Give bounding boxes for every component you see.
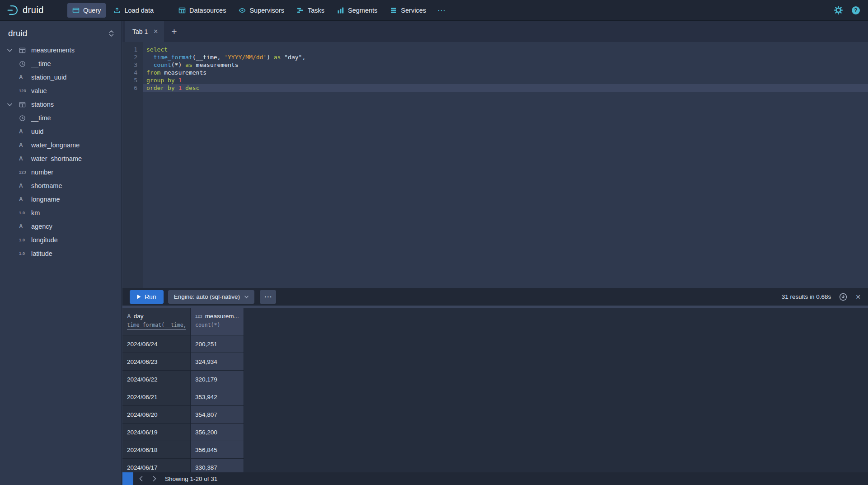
tree-item-number[interactable]: 123 number — [0, 165, 122, 179]
chevron-down-icon[interactable] — [7, 103, 19, 106]
download-icon[interactable] — [839, 293, 847, 301]
tree-item-km[interactable]: 1.0 km — [0, 206, 122, 220]
brand-title: druid — [23, 5, 44, 15]
nav-divider — [166, 5, 166, 15]
tree-item-label: station_uuid — [31, 74, 66, 81]
tree-item-time[interactable]: __time — [0, 111, 122, 125]
nav-item-load-data[interactable]: Load data — [108, 3, 159, 18]
code-token: measurements — [160, 69, 206, 76]
tree-item-station-uuid[interactable]: A station_uuid — [0, 71, 122, 84]
chevron-down-icon[interactable] — [7, 49, 19, 52]
engine-select[interactable]: Engine: auto (sql-native) — [168, 290, 254, 304]
table-cell[interactable]: 356,200 — [191, 424, 244, 441]
table-row: 2024/06/23 324,934 — [122, 353, 868, 371]
code-token — [182, 85, 185, 91]
code-token: measurements — [192, 61, 239, 68]
nav-item-segments[interactable]: Segments — [332, 3, 382, 18]
tree-item-longitude[interactable]: 1.0 longitude — [0, 233, 122, 247]
table-cell[interactable]: 2024/06/20 — [122, 406, 191, 424]
query-tab-strip: Tab 1 ✕ + — [122, 21, 868, 42]
tree-item-value[interactable]: 123 value — [0, 84, 122, 98]
schema-tree: measurements __time A station_uuid 123 v… — [0, 43, 122, 260]
tree-item-time[interactable]: __time — [0, 57, 122, 71]
results-status: 31 results in 0.68s — [782, 293, 831, 300]
tree-item-shortname[interactable]: A shortname — [0, 179, 122, 193]
nav-item-tasks[interactable]: Tasks — [292, 3, 329, 18]
table-icon — [19, 47, 30, 54]
code-token: ) — [267, 54, 274, 61]
code-line[interactable]: group by 1 — [143, 76, 868, 84]
gear-icon[interactable] — [834, 6, 843, 14]
sql-editor[interactable]: 1 2 3 4 5 6 select time_format(__time, '… — [122, 42, 868, 288]
code-token: 1 — [178, 77, 182, 84]
help-icon[interactable]: ? — [852, 6, 860, 14]
tree-item-water-longname[interactable]: A water_longname — [0, 138, 122, 152]
nav-item-query[interactable]: Query — [67, 3, 106, 18]
tree-item-measurements[interactable]: measurements — [0, 43, 122, 57]
code-line[interactable]: select — [143, 46, 868, 53]
code-area[interactable]: select time_format(__time, 'YYYY/MM/dd')… — [143, 46, 868, 92]
code-line-active[interactable]: order by 1 desc — [143, 84, 868, 92]
druid-logo-icon — [6, 4, 19, 16]
tree-item-stations[interactable]: stations — [0, 98, 122, 111]
run-bar: Run Engine: auto (sql-native) ⋯ 31 resul… — [122, 288, 868, 306]
table-cell[interactable]: 353,942 — [191, 388, 244, 406]
table-cell[interactable]: 2024/06/18 — [122, 441, 191, 459]
column-header-day[interactable]: A day time_format(__time, … — [122, 308, 191, 335]
table-cell[interactable]: 2024/06/17 — [122, 459, 191, 472]
column-header-measurements[interactable]: 123 measurem... count(*) — [191, 308, 244, 335]
tree-item-longname[interactable]: A longname — [0, 193, 122, 206]
sort-icon[interactable] — [108, 30, 114, 37]
nav-item-label: Query — [83, 7, 101, 14]
tab-label: Tab 1 — [132, 28, 148, 35]
table-cell[interactable]: 2024/06/21 — [122, 388, 191, 406]
stack-icon — [390, 7, 397, 14]
number-type-icon: 123 — [19, 89, 30, 93]
string-type-icon: A — [19, 183, 30, 189]
eye-icon — [239, 7, 246, 14]
table-cell[interactable]: 200,251 — [191, 335, 244, 353]
tree-item-agency[interactable]: A agency — [0, 220, 122, 233]
table-cell[interactable]: 354,807 — [191, 406, 244, 424]
table-cell[interactable]: 2024/06/22 — [122, 371, 191, 388]
tree-item-uuid[interactable]: A uuid — [0, 125, 122, 138]
add-tab-button[interactable]: + — [171, 27, 177, 36]
tree-item-label: uuid — [31, 128, 43, 135]
tree-item-water-shortname[interactable]: A water_shortname — [0, 152, 122, 165]
close-results-icon[interactable]: ✕ — [855, 293, 861, 301]
nav-item-supervisors[interactable]: Supervisors — [234, 3, 289, 18]
nav-item-label: Services — [401, 7, 426, 14]
gantt-icon — [297, 7, 304, 14]
code-token: "day", — [281, 54, 305, 61]
tree-item-latitude[interactable]: 1.0 latitude — [0, 247, 122, 260]
code-line[interactable]: from measurements — [143, 69, 868, 76]
nav-item-datasources[interactable]: Datasources — [174, 3, 231, 18]
next-page-button[interactable] — [149, 472, 160, 485]
nav-item-label: Load data — [124, 7, 154, 14]
results-header: A day time_format(__time, … 123 measurem… — [122, 308, 868, 335]
brand[interactable]: druid — [6, 4, 44, 16]
nav-more-button[interactable]: ⋯ — [434, 3, 449, 18]
table-row: 2024/06/22 320,179 — [122, 371, 868, 388]
engine-select-label: Engine: auto (sql-native) — [174, 293, 240, 300]
previous-page-button[interactable] — [135, 472, 147, 485]
column-expression: count(*) — [195, 322, 239, 328]
run-button[interactable]: Run — [130, 290, 164, 304]
tree-item-label: water_longname — [31, 141, 80, 149]
code-line[interactable]: count(*) as measurements — [143, 61, 868, 69]
table-cell[interactable]: 324,934 — [191, 353, 244, 371]
tree-item-label: shortname — [31, 182, 62, 189]
tab-tab1[interactable]: Tab 1 ✕ — [125, 21, 164, 42]
code-line[interactable]: time_format(__time, 'YYYY/MM/dd') as "da… — [143, 53, 868, 61]
close-icon[interactable]: ✕ — [153, 28, 158, 35]
nav-item-services[interactable]: Services — [385, 3, 431, 18]
table-cell[interactable]: 2024/06/19 — [122, 424, 191, 441]
tree-item-label: latitude — [31, 250, 52, 257]
string-type-icon: A — [19, 196, 30, 202]
table-cell[interactable]: 2024/06/24 — [122, 335, 191, 353]
table-cell[interactable]: 356,845 — [191, 441, 244, 459]
run-more-button[interactable]: ⋯ — [260, 290, 276, 304]
table-cell[interactable]: 2024/06/23 — [122, 353, 191, 371]
table-cell[interactable]: 330,387 — [191, 459, 244, 472]
table-cell[interactable]: 320,179 — [191, 371, 244, 388]
